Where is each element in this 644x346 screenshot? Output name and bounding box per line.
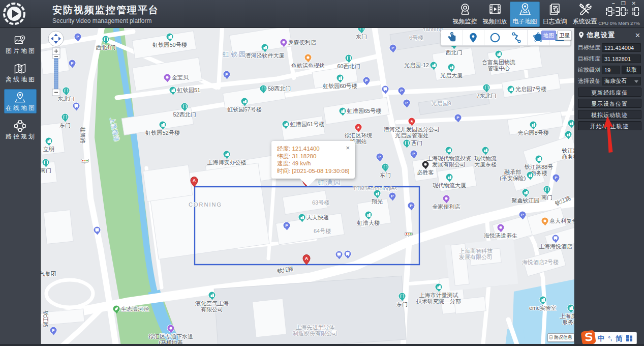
- poi-pin[interactable]: [568, 305, 574, 311]
- poi-pin[interactable]: [448, 64, 455, 71]
- ime-punct-indicator[interactable]: °,: [608, 335, 612, 342]
- poi-pin[interactable]: ★: [409, 118, 415, 125]
- poi-pin[interactable]: [94, 227, 101, 234]
- nav-item-video-playback[interactable]: 视频回放: [480, 2, 510, 27]
- minimize-button[interactable]: –: [612, 1, 615, 6]
- poi-pin[interactable]: [336, 251, 343, 258]
- popup-close-icon[interactable]: ×: [346, 145, 350, 151]
- poi-pin[interactable]: [544, 186, 550, 193]
- poi-pin[interactable]: [160, 122, 166, 128]
- map-zoom-control[interactable]: [45, 30, 65, 126]
- map-canvas[interactable]: AAA: [41, 28, 574, 346]
- poi-pin[interactable]: [305, 54, 312, 61]
- poi-pin[interactable]: P: [408, 203, 415, 209]
- poi-pin[interactable]: P: [69, 60, 76, 67]
- sidebar-item-picture-map[interactable]: 图片地图: [4, 32, 37, 56]
- poi-pin[interactable]: [262, 44, 268, 51]
- poi-pin[interactable]: [527, 172, 534, 179]
- poi-pin[interactable]: [43, 159, 49, 166]
- poi-pin[interactable]: [431, 62, 437, 69]
- poi-pin[interactable]: [443, 195, 450, 202]
- poi-pin[interactable]: P: [50, 327, 57, 334]
- poi-pin[interactable]: P: [553, 175, 560, 181]
- update-latlng-button[interactable]: 更新经纬度值: [578, 88, 641, 97]
- poi-pin[interactable]: [553, 235, 559, 242]
- poi-pin[interactable]: P: [519, 212, 526, 218]
- poi-pin[interactable]: [540, 297, 546, 303]
- poi-pin[interactable]: [340, 108, 346, 114]
- sidebar-item-route-plan[interactable]: 路径规划: [4, 118, 37, 142]
- zoom-level-input[interactable]: [602, 66, 620, 74]
- poi-pin[interactable]: [536, 156, 542, 162]
- pan-tool[interactable]: [441, 30, 463, 45]
- poi-pin[interactable]: [530, 122, 537, 128]
- poi-pin[interactable]: [103, 36, 109, 43]
- nav-item-video-monitor[interactable]: 视频监控: [450, 2, 480, 27]
- poi-pin[interactable]: [281, 39, 287, 46]
- circle-tool[interactable]: [484, 30, 506, 45]
- ime-simplified-indicator[interactable]: 简: [616, 335, 623, 342]
- satellite-layer-button[interactable]: 卫星: [557, 31, 572, 40]
- poi-pin[interactable]: P: [377, 154, 383, 160]
- poi-pin[interactable]: [404, 140, 410, 147]
- poi-pin[interactable]: [241, 98, 248, 105]
- poi-pin[interactable]: [496, 51, 502, 57]
- poi-pin[interactable]: [73, 103, 80, 109]
- poi-pin[interactable]: [181, 103, 188, 110]
- polyline-tool[interactable]: [506, 30, 528, 45]
- poi-pin[interactable]: [209, 292, 216, 299]
- sidebar-item-online-map[interactable]: 在线地图: [4, 89, 37, 113]
- poi-pin[interactable]: P: [389, 193, 396, 199]
- poi-pin[interactable]: [113, 306, 120, 312]
- poi-pin[interactable]: [170, 87, 176, 94]
- poi-pin[interactable]: [446, 147, 452, 154]
- poi-pin[interactable]: [358, 28, 365, 32]
- close-button[interactable]: ✕: [632, 1, 636, 6]
- ime-lang-indicator[interactable]: 中: [598, 335, 605, 342]
- poi-pin[interactable]: [542, 218, 548, 224]
- poi-pin[interactable]: P: [75, 34, 81, 40]
- poi-pin[interactable]: [382, 164, 389, 170]
- poi-pin[interactable]: [374, 190, 381, 197]
- poi-pin[interactable]: [365, 212, 372, 218]
- poi-pin[interactable]: ★: [355, 124, 362, 131]
- poi-pin[interactable]: [164, 74, 171, 81]
- traffic-info-button[interactable]: 路况信息: [547, 333, 574, 342]
- poi-pin[interactable]: [345, 251, 351, 257]
- poi-pin[interactable]: [568, 120, 575, 127]
- poi-pin[interactable]: [565, 131, 572, 138]
- poi-pin[interactable]: [260, 85, 267, 92]
- poi-pin[interactable]: [446, 174, 453, 181]
- poi-pin[interactable]: P: [363, 77, 370, 84]
- poi-pin[interactable]: P: [411, 151, 417, 157]
- poi-pin[interactable]: [399, 293, 406, 300]
- maximize-button[interactable]: ❐: [621, 1, 626, 6]
- poi-pin[interactable]: [346, 55, 352, 62]
- ime-menu-icon[interactable]: [626, 335, 633, 341]
- get-button[interactable]: 获取: [622, 66, 641, 74]
- poi-pin[interactable]: [508, 86, 514, 93]
- poi-pin[interactable]: [523, 189, 529, 196]
- poi-pin[interactable]: [483, 84, 490, 91]
- poi-pin[interactable]: [299, 214, 305, 221]
- poi-pin[interactable]: P: [398, 88, 405, 94]
- show-device-location-button[interactable]: 显示设备位置: [578, 99, 641, 108]
- poi-pin[interactable]: [436, 284, 442, 291]
- poi-pin[interactable]: [46, 138, 52, 145]
- poi-pin[interactable]: [482, 147, 489, 154]
- poi-pin[interactable]: P: [390, 45, 396, 51]
- input-method-bar[interactable]: 中 °, 简: [581, 331, 637, 345]
- poi-pin[interactable]: [498, 224, 504, 231]
- nav-item-e-map[interactable]: 电子地图: [510, 2, 540, 27]
- poi-pin[interactable]: P: [224, 71, 230, 78]
- nav-item-log-query[interactable]: 日志查询: [540, 2, 570, 27]
- sidebar-item-offline-map[interactable]: 离线地图: [4, 61, 37, 85]
- device-select[interactable]: 海康萤石: [602, 77, 641, 85]
- poi-pin[interactable]: P: [404, 100, 410, 106]
- poi-pin[interactable]: P: [455, 114, 462, 121]
- poi-pin[interactable]: [337, 75, 344, 81]
- poi-pin[interactable]: P: [284, 222, 290, 229]
- poi-pin[interactable]: [382, 86, 389, 93]
- poi-pin[interactable]: [224, 151, 230, 158]
- target-latitude-input[interactable]: [602, 54, 641, 63]
